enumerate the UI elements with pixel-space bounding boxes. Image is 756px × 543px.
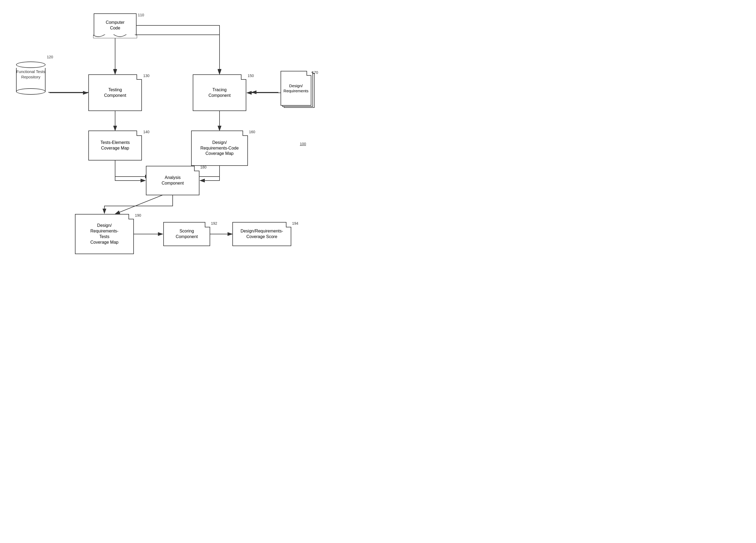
cylinder-top — [16, 62, 46, 68]
design-req-code-coverage-map-box: Design/Requirements-CodeCoverage Map — [191, 131, 248, 166]
wavy-svg — [93, 35, 137, 38]
analysis-component-box: AnalysisComponent — [146, 166, 199, 195]
ref-192: 192 — [211, 221, 217, 226]
doc-page-front: Design/Requirements — [281, 71, 311, 106]
analysis-component-label: AnalysisComponent — [162, 175, 184, 186]
functional-tests-repo-label: Functional TestsRepository — [16, 69, 46, 79]
design-req-code-coverage-map-label: Design/Requirements-CodeCoverage Map — [200, 140, 239, 157]
ref-150: 150 — [248, 74, 254, 78]
testing-component-label: TestingComponent — [104, 87, 126, 98]
ref-180: 180 — [200, 165, 206, 169]
tracing-component-box: TracingComponent — [193, 74, 246, 111]
design-req-coverage-score-label: Design/Requirements-Coverage Score — [240, 229, 283, 240]
design-req-coverage-score-box: Design/Requirements-Coverage Score — [232, 222, 291, 246]
ref-170: 170 — [312, 70, 318, 75]
design-req-tests-coverage-map-box: Design/Requirements-TestsCoverage Map — [75, 214, 134, 254]
design-requirements-doc: Design/Requirements — [281, 71, 315, 115]
testing-component-box: TestingComponent — [88, 74, 142, 111]
ref-130: 130 — [143, 74, 149, 78]
scoring-component-label: ScoringComponent — [176, 229, 198, 240]
ref-160: 160 — [249, 130, 255, 134]
functional-tests-repo: Functional TestsRepository — [16, 62, 46, 92]
computer-code-inner: ComputerCode — [94, 13, 137, 37]
tests-elements-coverage-map-label: Tests-ElementsCoverage Map — [100, 140, 130, 151]
ref-140: 140 — [143, 130, 149, 134]
ref-190: 190 — [135, 213, 141, 218]
computer-code-box: ComputerCode — [94, 13, 137, 38]
ref-120: 120 — [47, 55, 53, 59]
design-requirements-label: Design/Requirements — [283, 83, 308, 94]
ref-110: 110 — [138, 13, 144, 17]
tracing-component-label: TracingComponent — [209, 87, 231, 98]
tests-elements-coverage-map-box: Tests-ElementsCoverage Map — [88, 131, 142, 161]
design-req-tests-coverage-map-label: Design/Requirements-TestsCoverage Map — [90, 223, 119, 245]
ref-194: 194 — [292, 221, 298, 226]
ref-100: 100 — [300, 142, 306, 146]
computer-code-label: ComputerCode — [106, 20, 124, 31]
svg-line-6 — [115, 193, 169, 214]
cylinder-inner-ellipse — [16, 88, 46, 95]
diagram-container: Functional TestsRepository 120 ComputerC… — [0, 0, 378, 272]
scoring-component-box: ScoringComponent — [163, 222, 210, 246]
